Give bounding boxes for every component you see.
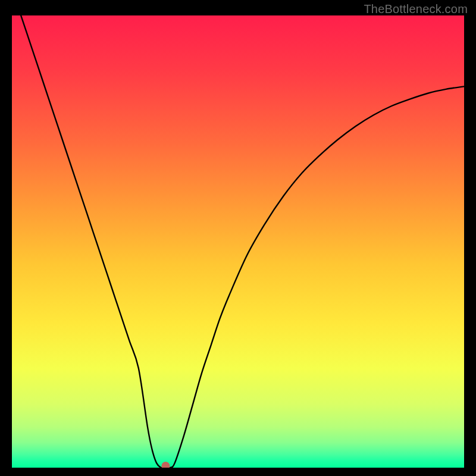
plot-frame	[12, 15, 464, 468]
bottleneck-curve	[21, 15, 464, 468]
curve-layer	[12, 15, 464, 468]
chart-stage: TheBottleneck.com	[0, 0, 476, 476]
watermark-text: TheBottleneck.com	[364, 2, 468, 16]
optimal-marker	[161, 462, 170, 468]
